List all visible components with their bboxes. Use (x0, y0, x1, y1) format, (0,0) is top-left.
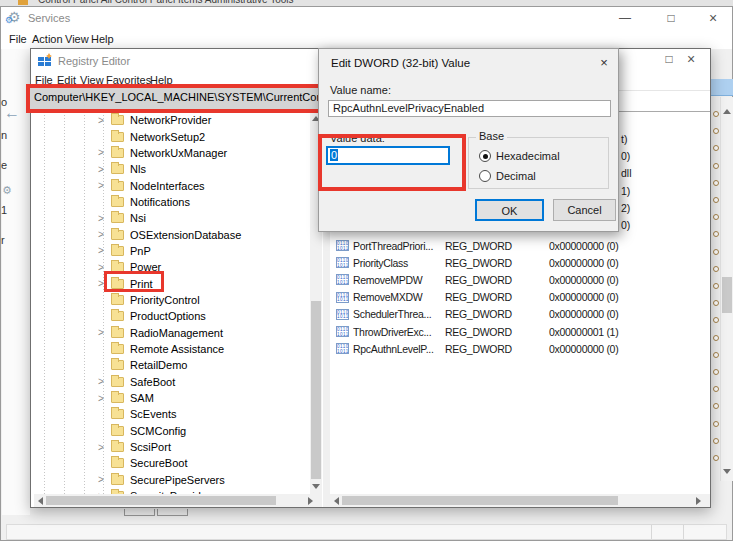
registry-close-button[interactable]: × (682, 51, 700, 68)
tree-item-productoptions[interactable]: ProductOptions (34, 308, 310, 324)
values-horizontal-scrollbar[interactable] (330, 494, 710, 507)
value-data-input[interactable]: 0 (326, 146, 450, 165)
tree-item-remote-assistance[interactable]: Remote Assistance (34, 341, 310, 357)
value-row-rpcauthnlevelp[interactable]: RpcAuthnLevelP...REG_DWORD0x00000000 (0) (330, 340, 710, 357)
tree-item-pnp[interactable]: >PnP (34, 243, 310, 259)
tree-item-nls[interactable]: >Nls (34, 161, 310, 177)
scroll-right-icon[interactable] (696, 497, 701, 505)
service-row-icon (713, 111, 719, 117)
scrollbar-thumb[interactable] (311, 301, 321, 479)
tree-item-label: Nsi (130, 212, 146, 224)
chevron-right-icon[interactable]: > (98, 442, 111, 453)
chevron-right-icon[interactable]: > (98, 393, 111, 404)
tree-item-nsi[interactable]: >Nsi (34, 210, 310, 226)
scroll-down-icon[interactable] (723, 469, 731, 474)
address-path[interactable]: Computer\HKEY_LOCAL_MACHINE\SYSTEM\Curre… (34, 91, 329, 103)
chevron-right-icon[interactable]: > (98, 245, 111, 256)
base-group: Base Hexadecimal Decimal (468, 137, 609, 189)
chevron-right-icon[interactable]: > (98, 147, 111, 158)
chevron-right-icon[interactable]: > (98, 115, 111, 126)
value-data: 0x00000000 (0) (549, 240, 618, 252)
chevron-right-icon[interactable]: > (98, 213, 111, 224)
tree-item-retaildemo[interactable]: RetailDemo (34, 357, 310, 373)
tree-item-scsiport[interactable]: >ScsiPort (34, 439, 310, 455)
value-row-removempdw[interactable]: RemoveMPDWREG_DWORD0x00000000 (0) (330, 271, 710, 288)
reg-dword-icon (336, 274, 349, 285)
value-fragment: dll (621, 167, 632, 179)
dialog-close-button[interactable]: × (593, 54, 615, 72)
tree-item-print[interactable]: >Print (34, 275, 310, 291)
tree-item-notifications[interactable]: Notifications (34, 194, 310, 210)
menu-view[interactable]: View (65, 33, 89, 45)
value-type: REG_DWORD (445, 308, 549, 320)
tree-item-label: SecurePipeServers (130, 474, 225, 486)
tree-item-securepipeservers[interactable]: >SecurePipeServers (34, 472, 310, 488)
chevron-right-icon[interactable]: > (98, 180, 111, 191)
value-name: RpcAuthnLevelP... (353, 343, 445, 355)
scrollbar-thumb[interactable] (342, 496, 618, 505)
value-row-removemxdw[interactable]: RemoveMXDWREG_DWORD0x00000000 (0) (330, 289, 710, 306)
tree-item-secureboot[interactable]: SecureBoot (34, 455, 310, 471)
scroll-left-icon[interactable] (334, 497, 339, 505)
tab-standard-bottom[interactable] (157, 509, 188, 516)
tree-item-networkprovider[interactable]: >NetworkProvider (34, 112, 310, 128)
value-fragment: 0) (621, 150, 630, 162)
ok-button[interactable]: OK (475, 199, 544, 221)
scroll-down-icon[interactable] (312, 484, 320, 489)
services-minimize-button[interactable]: — (616, 10, 634, 27)
tree-item-nodeinterfaces[interactable]: >NodeInterfaces (34, 177, 310, 193)
reg-dword-icon (336, 343, 349, 354)
tree-item-scmconfig[interactable]: SCMConfig (34, 423, 310, 439)
reg-dword-icon (336, 240, 349, 251)
value-row-portthreadpriori[interactable]: PortThreadPriori...REG_DWORD0x00000000 (… (330, 237, 710, 254)
tree-item-networkuxmanager[interactable]: >NetworkUxManager (34, 145, 310, 161)
chevron-right-icon[interactable]: > (98, 164, 111, 175)
chevron-right-icon[interactable]: > (98, 376, 111, 387)
chevron-right-icon[interactable]: > (98, 327, 111, 338)
services-vertical-scrollbar[interactable] (720, 97, 733, 481)
cancel-button[interactable]: Cancel (553, 199, 616, 221)
tree-item-power[interactable]: >Power (34, 259, 310, 275)
tree-item-label: ProductOptions (130, 310, 206, 322)
tree-item-networksetup2[interactable]: NetworkSetup2 (34, 128, 310, 144)
tab-extended-bottom[interactable] (124, 509, 155, 516)
folder-icon (111, 295, 124, 305)
radio-button-icon[interactable] (479, 170, 491, 182)
value-data: 0x00000001 (1) (549, 326, 618, 338)
menu-help[interactable]: Help (91, 33, 114, 45)
tree-item-label: SAM (130, 392, 154, 404)
scroll-up-icon[interactable] (723, 109, 731, 114)
tree-item-scevents[interactable]: ScEvents (34, 406, 310, 422)
services-maximize-button[interactable]: □ (662, 10, 680, 27)
scrollbar-thumb[interactable] (46, 496, 276, 505)
value-row-throwdriverexc[interactable]: ThrowDriverExc...REG_DWORD0x00000001 (1) (330, 323, 710, 340)
menu-action[interactable]: Action (32, 33, 63, 45)
clipped-text-fragment: o (1, 96, 9, 108)
radio-decimal[interactable]: Decimal (479, 170, 536, 182)
services-close-button[interactable]: × (704, 10, 722, 27)
scroll-right-icon[interactable] (308, 497, 313, 505)
value-type: REG_DWORD (445, 257, 549, 269)
radio-hexadecimal[interactable]: Hexadecimal (479, 150, 560, 162)
tree-item-prioritycontrol[interactable]: PriorityControl (34, 292, 310, 308)
services-menubar: FileActionViewHelp (1, 30, 732, 49)
value-data: 0x00000000 (0) (549, 343, 618, 355)
tree-item-label: ScsiPort (130, 441, 171, 453)
radio-button-icon[interactable] (479, 150, 491, 162)
folder-icon (111, 197, 124, 207)
value-row-schedulerthrea[interactable]: SchedulerThrea...REG_DWORD0x00000000 (0) (330, 306, 710, 323)
menu-file[interactable]: File (9, 33, 27, 45)
tree-item-safeboot[interactable]: >SafeBoot (34, 374, 310, 390)
value-row-priorityclass[interactable]: PriorityClassREG_DWORD0x00000000 (0) (330, 254, 710, 271)
tree-item-sam[interactable]: >SAM (34, 390, 310, 406)
chevron-right-icon[interactable]: > (98, 474, 111, 485)
scroll-left-icon[interactable] (38, 497, 43, 505)
tree-item-radiomanagement[interactable]: >RadioManagement (34, 324, 310, 340)
chevron-right-icon[interactable]: > (98, 229, 111, 240)
tree-horizontal-scrollbar[interactable] (34, 494, 322, 507)
tree-item-label: NetworkUxManager (130, 147, 227, 159)
registry-maximize-button[interactable]: □ (660, 51, 678, 68)
scrollbar-thumb[interactable] (722, 277, 732, 313)
tree-item-osextensiondatabase[interactable]: >OSExtensionDatabase (34, 226, 310, 242)
tree-item-label: NodeInterfaces (130, 180, 205, 192)
